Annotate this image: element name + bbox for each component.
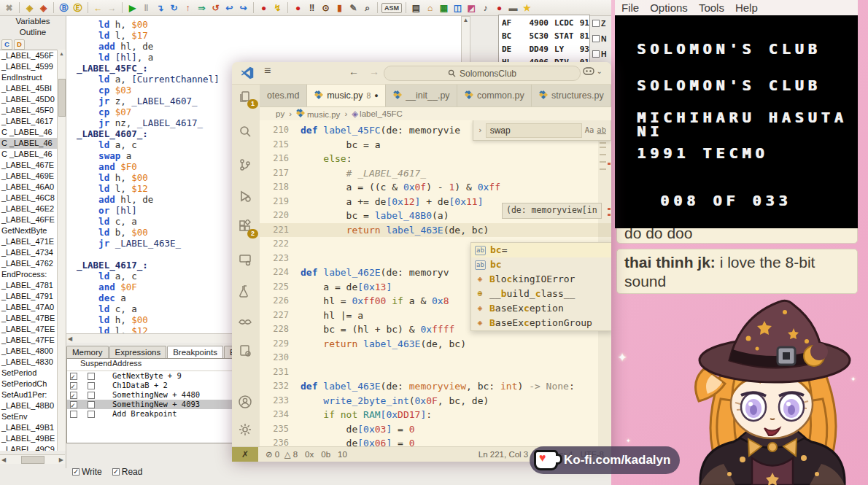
timer-icon[interactable]: ⊙ <box>319 1 332 15</box>
remote-indicator[interactable]: ✗ <box>232 447 258 462</box>
code-line[interactable]: 218 a = ((c & 0x0f) - 1) & 0xff <box>260 180 611 195</box>
testing-icon[interactable] <box>238 284 254 300</box>
find-input[interactable] <box>486 123 582 138</box>
sidebar-tab-outline[interactable]: Outline <box>0 27 66 38</box>
zoom-icon[interactable]: ⌕ <box>361 1 373 15</box>
asm-line[interactable]: ld l, $17 <box>77 30 461 41</box>
label-list-item[interactable]: _LABEL_47FE <box>0 335 65 346</box>
step-back-icon[interactable]: ↺ <box>209 1 222 15</box>
label-list-item[interactable]: _LABEL_47A0 <box>0 302 65 313</box>
label-list-item[interactable]: _LABEL_467E <box>0 160 65 171</box>
command-search-box[interactable]: SolomonsClub <box>384 66 581 81</box>
forward-arrow-icon[interactable]: → <box>106 1 118 15</box>
asm-button[interactable]: ASM <box>381 3 402 13</box>
step-out-icon[interactable]: ↑ <box>182 1 194 15</box>
edit-icon[interactable]: ✎ <box>347 1 360 15</box>
asm-line[interactable]: ld h, $00 <box>77 19 461 30</box>
mustache-icon[interactable] <box>238 314 254 330</box>
breadcrumb-item[interactable]: music.py <box>296 109 340 119</box>
extensions-icon[interactable]: 2 <box>238 220 254 236</box>
sprite-viewer-icon[interactable]: ◫ <box>452 1 464 15</box>
label-list-item[interactable]: C _LABEL_46 <box>0 149 65 160</box>
search-icon[interactable] <box>238 125 254 141</box>
back-arrow-icon[interactable]: ← <box>349 66 359 77</box>
step-into-icon[interactable]: ↴ <box>154 1 166 15</box>
write-option[interactable]: Write <box>72 467 102 477</box>
label-list-item[interactable]: _LABEL_4599 <box>0 61 65 72</box>
letter-tab-d[interactable]: D <box>14 39 25 50</box>
menu-hamburger-icon[interactable]: ≡ <box>264 64 271 77</box>
forward-arrow-icon[interactable]: → <box>369 66 379 77</box>
menu-tools[interactable]: Tools <box>699 1 724 14</box>
scrollbar-thumb[interactable] <box>58 79 66 117</box>
status-dec-toggle[interactable]: 10 <box>338 450 347 459</box>
label-list-item[interactable]: SetEnv <box>0 411 65 422</box>
label-list-item[interactable]: SetPeriod <box>0 368 65 379</box>
code-line[interactable]: 216 else: <box>260 152 611 166</box>
probe-icon[interactable]: ▮ <box>333 1 346 15</box>
asm-line[interactable]: ld [hl], a <box>77 52 461 63</box>
code-line[interactable]: 235 de[0x03] = 0 <box>260 422 611 437</box>
trace-icon[interactable]: ‼ <box>306 1 318 15</box>
suggest-item[interactable]: abbc <box>471 257 611 272</box>
label-list-item[interactable]: EndInstruct <box>0 72 65 83</box>
match-case-icon[interactable]: Aa <box>585 123 594 138</box>
label-list-item[interactable]: _LABEL_4791 <box>0 291 65 302</box>
suspend-checkbox[interactable] <box>88 382 95 389</box>
suspend-checkbox[interactable] <box>88 411 95 418</box>
map-icon[interactable]: ▦ <box>438 1 450 15</box>
sidebar-tab-variables[interactable]: Variables <box>0 16 66 27</box>
suspend-checkbox[interactable] <box>88 373 95 380</box>
palette-icon[interactable]: ◩ <box>465 1 478 15</box>
cassette-icon[interactable]: ▬ <box>507 1 519 15</box>
record-icon[interactable]: ● <box>292 1 304 15</box>
files-icon[interactable]: 1 <box>238 90 254 106</box>
tab-otes-md[interactable]: otes.md <box>260 85 307 106</box>
menu-options[interactable]: Options <box>650 1 688 14</box>
whole-word-icon[interactable]: ab <box>597 123 606 138</box>
sidebar-horizontal-scrollbar[interactable]: ◀ ▶ <box>0 454 65 464</box>
star-icon[interactable]: ★ <box>521 1 533 15</box>
code-editor[interactable]: 210def label_45FC(de: memoryvie215 bc = … <box>260 120 611 448</box>
goto-set-icon[interactable]: ◈ <box>23 1 36 15</box>
bottom-tab-breakpoints[interactable]: Breakpoints <box>167 346 223 358</box>
back-arrow-icon[interactable]: ← <box>92 1 104 15</box>
code-line[interactable]: 221 return label_463E(de, bc) <box>260 223 611 238</box>
enabled-checkbox[interactable] <box>70 411 77 418</box>
suggest-item[interactable]: ◈BaseExceptionGroup <box>471 316 611 330</box>
cursor-position[interactable]: Ln 221, Col 3 <box>478 450 528 459</box>
label-list-item[interactable]: _LABEL_456F <box>0 50 65 61</box>
label-list-item[interactable]: _LABEL_46FE <box>0 214 65 225</box>
source-control-icon[interactable] <box>238 158 254 174</box>
label-list-item[interactable]: _LABEL_49C9 <box>0 444 65 451</box>
label-list-item[interactable]: _LABEL_4762 <box>0 258 65 269</box>
label-list-item[interactable]: _LABEL_46C8 <box>0 193 65 203</box>
label-list-item[interactable]: _LABEL_45D0 <box>0 94 65 105</box>
label-list-item[interactable]: _LABEL_49B1 <box>0 422 65 433</box>
label-list-item[interactable]: _LABEL_471E <box>0 236 65 247</box>
label-list-item[interactable]: _LABEL_47BE <box>0 313 65 324</box>
flag-checkbox[interactable] <box>592 20 600 27</box>
suspend-checkbox[interactable] <box>88 401 95 408</box>
label-list-item[interactable]: _LABEL_49BE <box>0 433 65 444</box>
tab-structures-py[interactable]: structures.py <box>532 85 611 106</box>
label-list-item[interactable]: _LABEL_469E <box>0 171 65 182</box>
jump-icon[interactable]: ↪ <box>237 1 249 15</box>
scroll-right-icon[interactable]: ▶ <box>59 457 63 463</box>
flag-checkbox[interactable] <box>592 35 600 42</box>
scroll-left-icon[interactable]: ◀ <box>68 335 72 342</box>
status-hex-toggle[interactable]: 0x <box>305 450 314 459</box>
label-list-item[interactable]: _LABEL_4830 <box>0 357 65 368</box>
enabled-checkbox[interactable] <box>70 373 77 380</box>
label-list-item[interactable]: _LABEL_47EE <box>0 324 65 335</box>
enabled-checkbox[interactable] <box>70 382 77 389</box>
scroll-up-icon[interactable]: ▲ <box>58 50 66 58</box>
copilot-account[interactable]: ⌄ <box>583 66 602 76</box>
code-line[interactable]: 231 <box>260 365 611 380</box>
code-line[interactable]: 230 <box>260 351 611 365</box>
enabled-checkbox[interactable] <box>70 392 77 399</box>
label-list-item[interactable]: _LABEL_45BI <box>0 83 65 94</box>
suggest-item[interactable]: ◈BaseException <box>471 301 611 316</box>
tab-common-py[interactable]: common.py <box>457 85 532 106</box>
piano-icon[interactable]: ▤ <box>410 1 422 15</box>
